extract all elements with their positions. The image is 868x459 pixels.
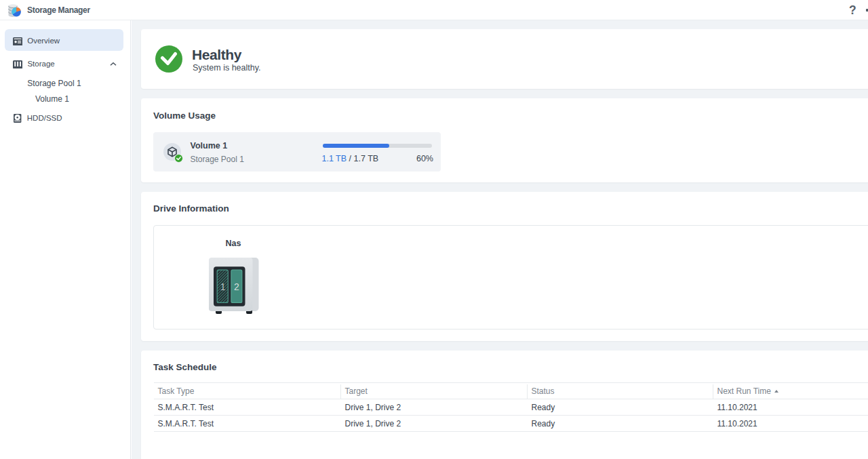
svg-text:2: 2 (234, 281, 239, 292)
svg-text:1: 1 (220, 281, 225, 292)
